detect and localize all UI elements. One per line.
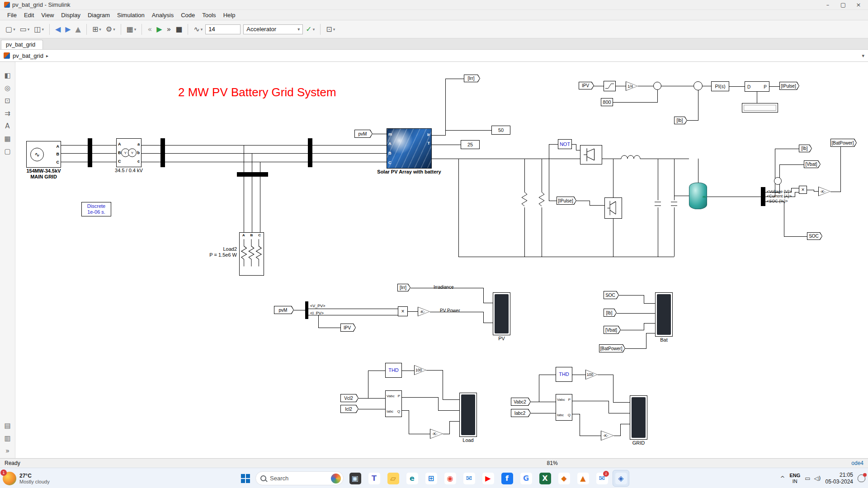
demux-pv[interactable]	[305, 301, 308, 319]
taskbar-matlab-2[interactable]: ▲	[575, 470, 591, 487]
taskbar-file-explorer[interactable]: ▱	[385, 470, 401, 487]
taskbar-youtube[interactable]: ▶	[480, 470, 496, 487]
scope-grid[interactable]: GRID	[630, 395, 647, 440]
signal-display-icon[interactable]: ∿▾	[192, 23, 204, 35]
fast-restart-icon[interactable]: ✓▾	[304, 23, 316, 35]
const-25[interactable]: 25	[461, 140, 480, 149]
from-irr-meas[interactable]: [Irr]	[397, 284, 410, 291]
back-icon[interactable]: ◀	[53, 23, 62, 35]
taskbar-chrome[interactable]: ◉	[442, 470, 458, 487]
tray-chevron-icon[interactable]: ^	[780, 475, 785, 482]
from-vbat-bat[interactable]: [Vbat]	[604, 326, 621, 334]
transformer-block[interactable]: ABCYYabc34.5 / 0.4 kV	[116, 138, 142, 167]
goto-pvm[interactable]: pvM	[354, 130, 373, 138]
display-block[interactable]	[742, 103, 778, 113]
thd-load-block[interactable]: THD	[385, 363, 402, 378]
goto-soc-right[interactable]: SOC	[807, 232, 822, 240]
step-back-icon[interactable]: «	[146, 23, 154, 35]
sum-2[interactable]	[693, 81, 703, 90]
taskbar-mail[interactable]: ✉	[461, 470, 477, 487]
breadcrumb-dropdown-icon[interactable]: ▾	[862, 53, 864, 59]
sum-1[interactable]	[653, 82, 661, 90]
tap-bar[interactable]	[237, 172, 268, 177]
pi-controller[interactable]: PI(s)	[711, 81, 729, 91]
taskbar-google[interactable]: G	[518, 470, 534, 487]
taskbar-facebook[interactable]: f	[499, 470, 515, 487]
from-vabc2[interactable]: Vabc2	[511, 398, 531, 406]
igbt-converter-2[interactable]	[604, 197, 622, 219]
const-50[interactable]: 50	[491, 126, 510, 135]
browser-toggle-icon[interactable]: ◧	[2, 70, 13, 81]
taskbar-edge[interactable]: e	[404, 470, 420, 487]
property-inspector-icon[interactable]: ▥	[2, 433, 13, 444]
from-icl2[interactable]: Icl2	[340, 405, 359, 413]
menu-edit[interactable]: Edit	[20, 11, 38, 19]
busbar-3[interactable]	[308, 138, 312, 167]
fit-view-icon[interactable]: ⊡	[2, 95, 13, 106]
goto-ib-right[interactable]: [Ib]	[799, 145, 812, 152]
goto-ipulse[interactable]: [IPulse]	[779, 82, 799, 90]
start-button[interactable]	[239, 472, 252, 485]
from-ipv-top[interactable]: IPV	[579, 82, 594, 89]
menu-file[interactable]: File	[4, 11, 20, 19]
solver-name[interactable]: ode4	[851, 460, 863, 466]
taskbar-simulink[interactable]: ◈	[613, 470, 629, 487]
menu-diagram[interactable]: Diagram	[84, 11, 113, 19]
minimize-button[interactable]: –	[820, 0, 835, 9]
model-canvas[interactable]: 2 MW PV Battery Grid System∿ABC154MW-34.…	[15, 62, 868, 458]
close-button[interactable]: ×	[851, 0, 866, 9]
goto-batpower[interactable]: [BatPower]	[830, 139, 857, 147]
scope-bat[interactable]: Bat	[655, 292, 673, 337]
goto-irr-top[interactable]: [Irr]	[464, 75, 480, 82]
model-settings-icon[interactable]: ⚙▾	[104, 23, 117, 35]
menu-tools[interactable]: Tools	[198, 11, 219, 19]
step-forward-icon[interactable]: »	[165, 23, 173, 35]
from-iabc2[interactable]: Iabc2	[511, 409, 531, 417]
up-to-parent-icon[interactable]: ▲	[74, 23, 83, 35]
viewmark-icon[interactable]: ▢	[2, 146, 13, 157]
signal-routing-icon[interactable]: ⇉	[2, 108, 13, 119]
pq-meas-load[interactable]: VabcIabcPQ	[385, 390, 402, 417]
from-batpower-bat[interactable]: [BatPower]	[599, 344, 625, 352]
from-vcl2[interactable]: Vcl2	[340, 394, 359, 402]
annotation-title[interactable]: 2 MW PV Battery Grid System	[178, 85, 336, 99]
model-explorer-icon[interactable]: ▦▾	[125, 23, 138, 35]
volume-icon[interactable]: ◁)	[814, 475, 821, 482]
model-browser-icon[interactable]: ▤	[2, 420, 13, 431]
from-ib-mid[interactable]: [Ib]	[674, 117, 687, 124]
open-icon[interactable]: ▭▾	[18, 23, 32, 35]
forward-icon[interactable]: ▶	[63, 23, 72, 35]
save-icon[interactable]: ◫▾	[32, 23, 46, 35]
menu-display[interactable]: Display	[57, 11, 84, 19]
annotation-icon[interactable]: A	[2, 121, 13, 131]
bus-selector[interactable]	[761, 187, 765, 206]
product-pv[interactable]: ×	[398, 306, 408, 316]
pv-array-block[interactable]: mABCIrTSolar PV Array with battery	[387, 128, 432, 169]
taskbar-desktop-app[interactable]: ▣	[347, 470, 363, 487]
igbt-converter-1[interactable]	[580, 145, 602, 164]
maximize-button[interactable]: ▢	[835, 0, 851, 9]
sim-mode-select[interactable]: Accelerator▾	[243, 24, 303, 34]
const-800[interactable]: 800	[601, 98, 613, 106]
stop-time-input[interactable]	[205, 24, 241, 34]
new-model-icon[interactable]: ▢▾	[4, 23, 17, 35]
saturation-block[interactable]	[604, 81, 616, 91]
menu-analysis[interactable]: Analysis	[148, 11, 177, 19]
language-indicator[interactable]: ENG IN	[789, 473, 800, 483]
goto-ipv-meas[interactable]: IPV	[340, 324, 356, 332]
image-icon[interactable]: ▦	[2, 133, 13, 144]
thd-grid-block[interactable]: THD	[556, 367, 572, 382]
load2-block[interactable]: ABCLoad2P = 1.5e6 W	[239, 232, 264, 276]
cast-icon[interactable]: ▭	[805, 475, 810, 482]
main-grid-source[interactable]: ∿ABC154MW-34.5kVMAIN GRID	[26, 141, 61, 168]
from-soc-bat[interactable]: SOC	[604, 291, 619, 299]
menu-help[interactable]: Help	[220, 11, 239, 19]
product-bat[interactable]: ×	[799, 186, 807, 194]
from-ib-bat[interactable]: [Ib]	[604, 309, 617, 317]
run-icon[interactable]: ▶	[155, 23, 164, 35]
taskbar-teams[interactable]: T	[366, 470, 382, 487]
busbar-1[interactable]	[88, 138, 92, 167]
taskbar-matlab[interactable]: ◆	[556, 470, 572, 487]
menu-view[interactable]: View	[38, 11, 57, 19]
scope-load[interactable]: Load	[459, 393, 477, 437]
